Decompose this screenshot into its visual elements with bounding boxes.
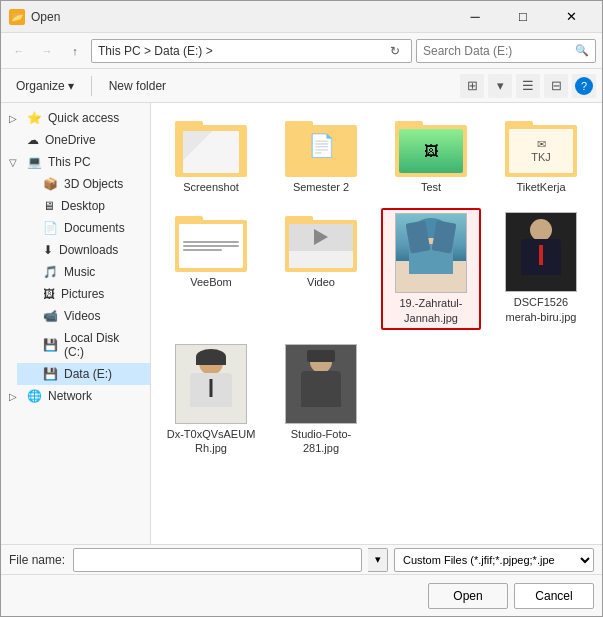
this-pc-children: 📦 3D Objects 🖥 Desktop 📄 Documents ⬇ Dow <box>1 173 150 385</box>
tiketkerja-label: TiketKerja <box>516 180 565 194</box>
view-icons-button[interactable]: ⊞ <box>460 74 484 98</box>
sidebar-item-videos[interactable]: 📹 Videos <box>17 305 150 327</box>
main-area: ▷ ⭐ Quick access ☁ OneDrive ▽ 💻 This PC … <box>1 103 602 544</box>
sidebar-item-quick-access[interactable]: ▷ ⭐ Quick access <box>1 107 150 129</box>
filename-input-area: ▾ Custom Files (*.jfif;*.pjpeg;*.jpe All… <box>73 548 594 572</box>
path-text: This PC > Data (E:) > <box>98 44 385 58</box>
3d-objects-icon: 📦 <box>43 177 58 191</box>
filename-label: File name: <box>9 553 65 567</box>
sidebar-item-onedrive[interactable]: ☁ OneDrive <box>1 129 150 151</box>
close-button[interactable]: ✕ <box>548 6 594 28</box>
sidebar-label-this-pc: This PC <box>48 155 91 169</box>
up-button[interactable]: ↑ <box>63 39 87 63</box>
sidebar-item-network[interactable]: ▷ 🌐 Network <box>1 385 150 407</box>
search-input[interactable] <box>423 44 571 58</box>
content-area: Screenshot 📄 Semester 2 🖼 <box>151 103 602 544</box>
studio-label: Studio-Foto-281.jpg <box>275 427 367 456</box>
dscf1526-thumb <box>505 212 577 292</box>
quick-access-icon: ⭐ <box>27 111 42 125</box>
local-disk-icon: 💾 <box>43 338 58 352</box>
organize-label: Organize <box>16 79 65 93</box>
file-item-video[interactable]: Video <box>271 208 371 330</box>
cancel-button[interactable]: Cancel <box>514 583 594 609</box>
search-box: 🔍 <box>416 39 596 63</box>
back-button[interactable]: ← <box>7 39 31 63</box>
refresh-icon[interactable]: ↻ <box>385 44 405 58</box>
music-icon: 🎵 <box>43 265 58 279</box>
new-folder-button[interactable]: New folder <box>100 75 175 97</box>
studio-thumb <box>285 344 357 424</box>
file-item-dscf1526[interactable]: DSCF1526 merah-biru.jpg <box>491 208 591 330</box>
documents-icon: 📄 <box>43 221 58 235</box>
sidebar-item-music[interactable]: 🎵 Music <box>17 261 150 283</box>
file-item-veebom[interactable]: VeeBom <box>161 208 261 330</box>
view-dropdown-button[interactable]: ▾ <box>488 74 512 98</box>
data-e-icon: 💾 <box>43 367 58 381</box>
veebom-label: VeeBom <box>190 275 232 289</box>
filename-bar: File name: ▾ Custom Files (*.jfif;*.pjpe… <box>1 544 602 574</box>
filename-dropdown-arrow[interactable]: ▾ <box>368 548 388 572</box>
file-item-dx-t0x[interactable]: Dx-T0xQVsAEUM Rh.jpg <box>161 340 261 460</box>
title-bar-controls: ─ □ ✕ <box>452 6 594 28</box>
file-item-zahratul[interactable]: 19.-Zahratul-Jannah.jpg <box>381 208 481 330</box>
network-icon: 🌐 <box>27 389 42 403</box>
sidebar-item-local-disk[interactable]: 💾 Local Disk (C:) <box>17 327 150 363</box>
open-button[interactable]: Open <box>428 583 508 609</box>
file-item-test[interactable]: 🖼 Test <box>381 113 481 198</box>
filename-input[interactable] <box>73 548 362 572</box>
sidebar-label-local-disk: Local Disk (C:) <box>64 331 142 359</box>
help-icon: ? <box>575 77 593 95</box>
file-item-screenshot[interactable]: Screenshot <box>161 113 261 198</box>
sidebar-label-music: Music <box>64 265 95 279</box>
forward-button[interactable]: → <box>35 39 59 63</box>
address-bar: ← → ↑ This PC > Data (E:) > ↻ 🔍 <box>1 33 602 69</box>
sidebar-item-documents[interactable]: 📄 Documents <box>17 217 150 239</box>
preview-icon: ⊟ <box>551 78 562 93</box>
file-item-studio[interactable]: Studio-Foto-281.jpg <box>271 340 371 460</box>
sidebar-label-network: Network <box>48 389 92 403</box>
sidebar-item-data-e[interactable]: 💾 Data (E:) <box>17 363 150 385</box>
video-folder-icon <box>285 212 357 272</box>
preview-button[interactable]: ⊟ <box>544 74 568 98</box>
sidebar-label-documents: Documents <box>64 221 125 235</box>
file-item-semester2[interactable]: 📄 Semester 2 <box>271 113 371 198</box>
veebom-folder-icon <box>175 212 247 272</box>
this-pc-expand-icon: ▽ <box>9 157 21 168</box>
sidebar-item-desktop[interactable]: 🖥 Desktop <box>17 195 150 217</box>
sidebar-item-pictures[interactable]: 🖼 Pictures <box>17 283 150 305</box>
sidebar-label-pictures: Pictures <box>61 287 104 301</box>
title-bar-left: 📂 Open <box>9 9 60 25</box>
maximize-button[interactable]: □ <box>500 6 546 28</box>
organize-button[interactable]: Organize ▾ <box>7 75 83 97</box>
sidebar-label-videos: Videos <box>64 309 100 323</box>
semester2-label: Semester 2 <box>293 180 349 194</box>
sidebar-label-data-e: Data (E:) <box>64 367 112 381</box>
address-path[interactable]: This PC > Data (E:) > ↻ <box>91 39 412 63</box>
open-dialog: 📂 Open ─ □ ✕ ← → ↑ This PC > Data (E:) >… <box>0 0 603 617</box>
help-button[interactable]: ? <box>572 74 596 98</box>
sidebar-label-3d-objects: 3D Objects <box>64 177 123 191</box>
bottom-bar: Open Cancel <box>1 574 602 616</box>
view-details-button[interactable]: ☰ <box>516 74 540 98</box>
window-title: Open <box>31 10 60 24</box>
zahratul-label: 19.-Zahratul-Jannah.jpg <box>386 296 476 325</box>
view-icons-icon: ⊞ <box>467 78 478 93</box>
sidebar: ▷ ⭐ Quick access ☁ OneDrive ▽ 💻 This PC … <box>1 103 151 544</box>
sidebar-item-this-pc[interactable]: ▽ 💻 This PC <box>1 151 150 173</box>
this-pc-icon: 💻 <box>27 155 42 169</box>
file-item-tiketkerja[interactable]: ✉TKJ TiketKerja <box>491 113 591 198</box>
search-icon: 🔍 <box>575 44 589 57</box>
sidebar-item-downloads[interactable]: ⬇ Downloads <box>17 239 150 261</box>
downloads-icon: ⬇ <box>43 243 53 257</box>
dropdown-arrow-icon: ▾ <box>497 78 504 93</box>
sidebar-item-3d-objects[interactable]: 📦 3D Objects <box>17 173 150 195</box>
filetype-select[interactable]: Custom Files (*.jfif;*.pjpeg;*.jpe All F… <box>394 548 594 572</box>
expand-icon: ▷ <box>9 113 21 124</box>
dx-t0x-label: Dx-T0xQVsAEUM Rh.jpg <box>165 427 257 456</box>
organize-arrow: ▾ <box>68 79 74 93</box>
dx-t0x-thumb <box>175 344 247 424</box>
sidebar-label-quick-access: Quick access <box>48 111 119 125</box>
toolbar: Organize ▾ New folder ⊞ ▾ ☰ ⊟ ? <box>1 69 602 103</box>
view-details-icon: ☰ <box>522 78 534 93</box>
minimize-button[interactable]: ─ <box>452 6 498 28</box>
